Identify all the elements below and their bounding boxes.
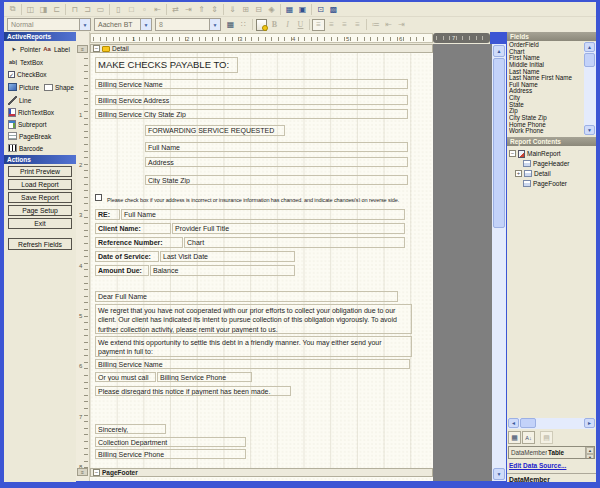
page-setup-button[interactable]: Page Setup — [8, 205, 72, 216]
indent-button[interactable]: ⇥ — [395, 19, 408, 31]
field-item[interactable]: Last Name — [509, 69, 582, 76]
scroll-right-icon[interactable]: ► — [584, 418, 595, 428]
tree-item-pagefooter[interactable]: PageFooter — [523, 179, 567, 188]
report-paragraph-collection-notice[interactable]: We regret that you have not cooperated w… — [95, 304, 412, 334]
tool-subreport[interactable]: Subreport — [8, 119, 47, 129]
snap-to-grid-icon[interactable]: ∷ — [237, 19, 250, 31]
report-checkbox[interactable] — [95, 194, 102, 201]
field-item[interactable]: Home Phone — [509, 122, 582, 129]
bound-fields-icon[interactable]: ⊡ — [314, 3, 327, 15]
report-field-last-visit-date[interactable]: Last Visit Date — [160, 251, 295, 262]
collapse-icon[interactable]: − — [93, 469, 100, 476]
tool-pointer[interactable]: ➤ Pointer — [8, 44, 41, 54]
sort-alphabetical-icon[interactable]: A↓ — [522, 431, 535, 444]
align-tops-icon[interactable]: ▯ — [112, 3, 125, 15]
field-item[interactable]: OrderField — [509, 42, 582, 49]
style-combo[interactable]: Normal ▼ — [7, 18, 91, 31]
spinner-down-icon[interactable]: ▼ — [586, 454, 594, 459]
field-item[interactable]: State — [509, 102, 582, 109]
field-item[interactable]: City — [509, 95, 582, 102]
decrease-spacing-icon[interactable]: ⊞ — [239, 3, 252, 15]
report-checkbox-text[interactable]: Please check box if your address is inco… — [104, 194, 412, 203]
same-width-icon[interactable]: ⇤ — [151, 3, 164, 15]
report-field-address[interactable]: Address — [145, 157, 408, 167]
center-horizontal-icon[interactable]: ⊟ — [252, 3, 265, 15]
detail-band-grip[interactable]: ≡ — [77, 45, 88, 53]
chevron-down-icon[interactable]: ▼ — [209, 19, 220, 30]
report-field-billing-service-phone-2[interactable]: Billing Service Phone — [95, 449, 246, 459]
scrollbar-thumb[interactable] — [584, 53, 595, 67]
chevron-down-icon[interactable]: ▼ — [79, 19, 90, 30]
report-design-surface[interactable]: MAKE CHECKS PAYABLE TO: Billing Service … — [90, 53, 433, 468]
report-field-re-full-name[interactable]: Full Name — [121, 209, 405, 220]
tree-item-pageheader[interactable]: PageHeader — [523, 159, 570, 168]
same-height-icon[interactable]: ⇥ — [182, 3, 195, 15]
reorder-fields-icon[interactable] — [256, 19, 267, 31]
align-lefts-icon[interactable]: ⊓ — [68, 3, 81, 15]
same-size-icon[interactable]: ⇄ — [169, 3, 182, 15]
report-field-provider-full-title[interactable]: Provider Full Title — [172, 223, 405, 234]
report-field-billing-service-name-2[interactable]: Billing Service Name — [95, 359, 410, 369]
report-paragraph-settle-offer[interactable]: We extend this opportunity to settle thi… — [95, 336, 412, 357]
scroll-up-icon[interactable]: ▲ — [584, 42, 595, 52]
chevron-down-icon[interactable]: ▼ — [140, 19, 151, 30]
report-label-client-name[interactable]: Client Name: — [95, 223, 171, 234]
align-left-button[interactable]: ≡ — [312, 19, 325, 31]
properties-horizontal-scrollbar[interactable]: ◄ ► — [508, 418, 595, 429]
move-forward-icon[interactable]: ◨ — [37, 3, 50, 15]
tool-label[interactable]: Aa Label — [42, 44, 70, 54]
report-label-forwarding[interactable]: FORWARDING SERVICE REQUESTED — [145, 125, 285, 136]
align-rights-icon[interactable]: ▭ — [94, 3, 107, 15]
scrollbar-thumb[interactable] — [520, 418, 536, 428]
report-field-balance[interactable]: Balance — [150, 265, 295, 276]
report-field-full-name[interactable]: Full Name — [145, 142, 408, 152]
move-backward-icon[interactable]: ⊏ — [50, 3, 63, 15]
lock-controls-icon[interactable]: ▣ — [296, 3, 309, 15]
scroll-up-icon[interactable]: ▲ — [493, 45, 505, 57]
refresh-fields-button[interactable]: Refresh Fields — [8, 238, 72, 250]
field-item[interactable]: First Name — [509, 55, 582, 62]
load-report-button[interactable]: Load Report — [8, 179, 72, 190]
report-field-billing-service-address[interactable]: Billing Service Address — [95, 95, 408, 105]
tool-richtextbox[interactable]: RichTextBox — [8, 107, 54, 117]
scroll-down-icon[interactable]: ▼ — [493, 468, 505, 480]
report-label-amount-due[interactable]: Amount Due: — [95, 265, 149, 276]
report-field-city-state-zip[interactable]: City State Zip — [145, 175, 408, 185]
field-item[interactable]: Work Phone — [509, 128, 582, 135]
align-centers-icon[interactable]: ⊐ — [81, 3, 94, 15]
tool-shape[interactable]: Shape — [44, 82, 74, 92]
categorized-icon[interactable]: ▦ — [508, 431, 521, 444]
report-field-billing-service-csz[interactable]: Billing Service City State Zip — [95, 109, 408, 119]
collapse-icon[interactable]: − — [509, 150, 516, 157]
field-item[interactable]: Chart — [509, 49, 582, 56]
expand-icon[interactable]: + — [515, 170, 522, 177]
report-label-or-you-must-call[interactable]: Or you must call — [95, 372, 156, 382]
report-field-dear-full-name[interactable]: Dear Full Name — [95, 291, 398, 302]
font-size-combo[interactable]: 8 ▼ — [155, 18, 221, 31]
report-label-make-checks[interactable]: MAKE CHECKS PAYABLE TO: — [95, 57, 238, 73]
align-center-button[interactable]: ≡ — [325, 19, 338, 31]
exit-button[interactable]: Exit — [8, 218, 72, 229]
send-to-back-icon[interactable]: ◫ — [24, 3, 37, 15]
tool-barcode[interactable]: Barcode — [8, 143, 43, 153]
field-item[interactable]: Full Name — [509, 82, 582, 89]
view-grid-icon[interactable]: ▦ — [283, 3, 296, 15]
tree-item-mainreport[interactable]: − MainReport — [509, 149, 561, 158]
report-label-re[interactable]: RE: — [95, 209, 120, 220]
report-label-sincerely[interactable]: Sincerely, — [95, 424, 166, 434]
outdent-button[interactable]: ⇤ — [382, 19, 395, 31]
scrollbar-thumb[interactable] — [493, 58, 505, 228]
tool-picture[interactable]: Picture — [8, 82, 39, 92]
report-label-reference-number[interactable]: Reference Number: — [95, 237, 183, 248]
field-item[interactable]: Last Name First Name — [509, 75, 582, 82]
center-vertical-icon[interactable]: ◈ — [265, 3, 278, 15]
space-across-icon[interactable]: ⇑ — [195, 3, 208, 15]
align-right-button[interactable]: ≡ — [338, 19, 351, 31]
field-item[interactable]: Zip — [509, 108, 582, 115]
scroll-down-icon[interactable]: ▼ — [584, 125, 595, 135]
report-field-billing-service-name[interactable]: Billing Service Name — [95, 79, 408, 89]
tool-checkbox[interactable]: ✓ CheckBox — [8, 69, 47, 79]
pagefooter-band-header[interactable]: − PageFooter — [90, 468, 433, 477]
save-report-button[interactable]: Save Report — [8, 192, 72, 203]
datamember-property-value[interactable]: Table — [547, 447, 585, 458]
